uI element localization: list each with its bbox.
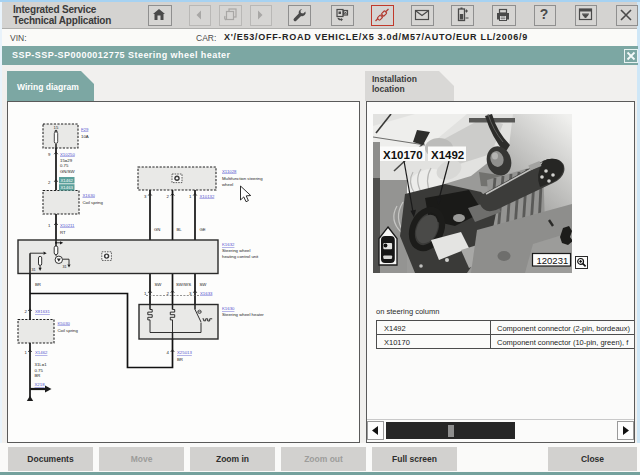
svg-text:K1632: K1632 bbox=[222, 242, 235, 247]
svg-text:1: 1 bbox=[144, 291, 147, 296]
svg-text:31: 31 bbox=[63, 265, 67, 269]
svg-text:X10132: X10132 bbox=[200, 194, 215, 199]
svg-text:1: 1 bbox=[48, 223, 51, 228]
svg-text:X10250: X10250 bbox=[60, 152, 75, 157]
svg-text:X1492: X1492 bbox=[431, 149, 464, 161]
svg-text:X11028: X11028 bbox=[222, 169, 237, 174]
svg-text:X1633: X1633 bbox=[200, 291, 213, 296]
svg-text:K1630: K1630 bbox=[222, 306, 235, 311]
svg-text:GN/SW: GN/SW bbox=[60, 169, 76, 174]
svg-text:120231: 120231 bbox=[537, 255, 569, 266]
svg-text:SW: SW bbox=[200, 282, 208, 287]
svg-text:BR: BR bbox=[35, 373, 41, 378]
svg-text:BL: BL bbox=[177, 227, 183, 232]
svg-text:SW: SW bbox=[155, 282, 163, 287]
svg-text:0.75: 0.75 bbox=[60, 163, 69, 168]
svg-text:15=29: 15=29 bbox=[60, 158, 73, 163]
svg-text:4: 4 bbox=[167, 350, 170, 355]
svg-text:0.75: 0.75 bbox=[35, 368, 44, 373]
svg-text:K5030: K5030 bbox=[58, 321, 71, 326]
svg-text:Coil spring: Coil spring bbox=[83, 200, 104, 205]
svg-text:heating control unit: heating control unit bbox=[222, 254, 259, 259]
svg-text:2: 2 bbox=[167, 194, 170, 199]
svg-text:3: 3 bbox=[189, 291, 192, 296]
svg-text:BR: BR bbox=[177, 357, 183, 362]
svg-text:3: 3 bbox=[144, 194, 147, 199]
svg-text:9: 9 bbox=[48, 152, 51, 157]
svg-text:Coil spring: Coil spring bbox=[58, 328, 79, 333]
svg-text:GN: GN bbox=[154, 227, 160, 232]
svg-text:X1462: X1462 bbox=[35, 350, 48, 355]
svg-text:Steering wheel heater: Steering wheel heater bbox=[222, 312, 264, 317]
svg-text:SW/WS: SW/WS bbox=[176, 282, 191, 287]
svg-text:Steering wheel: Steering wheel bbox=[222, 248, 250, 253]
svg-text:31L=1: 31L=1 bbox=[35, 362, 48, 367]
svg-text:X81631: X81631 bbox=[35, 309, 50, 314]
svg-text:BR: BR bbox=[35, 282, 41, 287]
svg-text:X10211: X10211 bbox=[60, 223, 75, 228]
svg-text:wheel: wheel bbox=[222, 182, 233, 187]
svg-text:X1630: X1630 bbox=[83, 193, 96, 198]
svg-text:1: 1 bbox=[25, 350, 28, 355]
svg-text:10A: 10A bbox=[81, 134, 89, 139]
svg-text:RT: RT bbox=[60, 230, 66, 235]
svg-text:2: 2 bbox=[25, 309, 28, 314]
svg-text:F29: F29 bbox=[81, 127, 89, 132]
svg-text:X25013: X25013 bbox=[177, 350, 192, 355]
svg-text:15: 15 bbox=[54, 125, 59, 130]
svg-text:2: 2 bbox=[167, 291, 170, 296]
svg-text:X1463: X1463 bbox=[61, 185, 74, 190]
svg-text:1: 1 bbox=[189, 194, 192, 199]
svg-text:31: 31 bbox=[32, 268, 36, 272]
svg-text:X10170: X10170 bbox=[383, 149, 423, 161]
svg-text:Multifunction steering: Multifunction steering bbox=[222, 176, 263, 181]
svg-text:GE: GE bbox=[200, 227, 206, 232]
svg-text:2: 2 bbox=[48, 180, 51, 185]
svg-text:X218: X218 bbox=[35, 382, 46, 387]
svg-text:X1462: X1462 bbox=[61, 178, 74, 183]
